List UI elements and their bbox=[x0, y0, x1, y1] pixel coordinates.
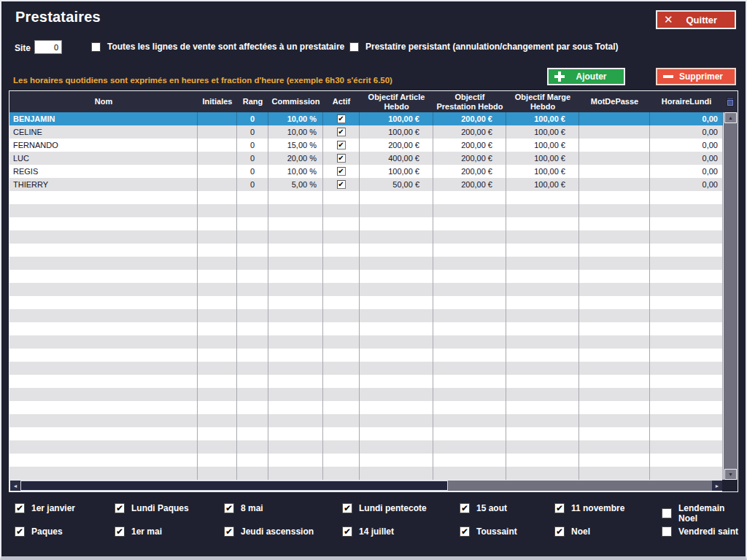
holiday-checkbox[interactable]: Vendredi saint bbox=[662, 526, 738, 537]
column-header[interactable]: Initiales bbox=[198, 91, 237, 112]
actif-checkbox[interactable]: ✔ bbox=[337, 167, 346, 176]
column-header[interactable]: Nom bbox=[9, 91, 198, 112]
holiday-checkbox[interactable]: ✔8 mai bbox=[224, 503, 263, 513]
actif-checkbox[interactable]: ✔ bbox=[337, 154, 346, 163]
cell-objectif-prestation bbox=[433, 244, 506, 257]
table-header-row: NomInitialesRangCommissionActifObjectif … bbox=[9, 91, 738, 112]
cell-objectif-marge bbox=[506, 454, 579, 467]
column-header[interactable]: Objectif Prestation Hebdo bbox=[433, 91, 506, 112]
cell-objectif-article bbox=[360, 244, 433, 257]
vertical-scrollbar[interactable]: ▲ ▼ bbox=[723, 112, 738, 480]
table-row[interactable]: FERNANDO015,00 %✔200,00 €200,00 €100,00 … bbox=[9, 139, 723, 152]
scroll-right-button[interactable]: ► bbox=[712, 481, 722, 491]
checkbox-checked-icon: ✔ bbox=[342, 526, 352, 537]
actif-checkbox[interactable]: ✔ bbox=[337, 128, 346, 136]
cell-objectif-marge bbox=[506, 440, 579, 454]
holiday-label: Lundi pentecote bbox=[359, 503, 427, 513]
checkbox-persistent-provider-label: Prestatire persistant (annulation/change… bbox=[365, 42, 619, 52]
add-button[interactable]: Ajouter bbox=[547, 68, 625, 85]
holiday-checkbox[interactable]: ✔Paques bbox=[15, 526, 63, 537]
table-filler-row bbox=[9, 362, 723, 375]
cell-initiales bbox=[198, 375, 237, 388]
cell-mot-de-passe bbox=[579, 388, 650, 401]
holiday-checkbox[interactable]: ✔11 novembre bbox=[554, 503, 624, 513]
horizontal-scroll-thumb[interactable] bbox=[20, 481, 448, 491]
holiday-label: Noel bbox=[571, 526, 590, 537]
column-header[interactable]: Rang bbox=[237, 91, 268, 112]
checkbox-all-sale-lines[interactable]: Toutes les lignes de vente sont affectée… bbox=[91, 42, 344, 52]
cell-objectif-article: 200,00 € bbox=[360, 139, 433, 152]
cell-nom bbox=[9, 467, 198, 480]
cell-commission bbox=[268, 204, 323, 217]
cell-actif bbox=[323, 388, 360, 401]
holiday-label: Toussaint bbox=[476, 526, 517, 537]
holiday-checkbox[interactable]: Lendemain Noel bbox=[662, 503, 746, 524]
cell-initiales bbox=[198, 139, 237, 152]
cell-objectif-prestation: 200,00 € bbox=[433, 178, 506, 191]
holiday-checkbox[interactable]: ✔1er mai bbox=[115, 526, 162, 537]
cell-objectif-marge bbox=[506, 467, 579, 480]
cell-objectif-article: 400,00 € bbox=[360, 152, 433, 165]
table-filler-row bbox=[9, 427, 723, 440]
cell-initiales bbox=[198, 427, 237, 440]
cell-actif: ✔ bbox=[323, 165, 360, 178]
checkbox-all-sale-lines-label: Toutes les lignes de vente sont affectée… bbox=[107, 42, 344, 52]
cell-nom: REGIS bbox=[9, 165, 198, 178]
cell-objectif-prestation: 200,00 € bbox=[433, 139, 506, 152]
cell-horaire-lundi bbox=[650, 257, 723, 270]
holiday-checkbox[interactable]: ✔Lundi Paques bbox=[115, 503, 189, 513]
holiday-checkbox[interactable]: ✔Jeudi ascenssion bbox=[224, 526, 314, 537]
column-header[interactable]: HoraireLundi bbox=[650, 91, 723, 112]
table-row[interactable]: LUC020,00 %✔400,00 €200,00 €100,00 €0,00 bbox=[9, 152, 723, 165]
holiday-checkbox[interactable]: ✔Lundi pentecote bbox=[342, 503, 427, 513]
cell-objectif-article: 100,00 € bbox=[360, 165, 433, 178]
scroll-down-button[interactable]: ▼ bbox=[724, 469, 737, 480]
delete-button[interactable]: Supprimer bbox=[656, 68, 736, 85]
column-header[interactable]: Objectif Article Hebdo bbox=[360, 91, 433, 112]
cell-nom bbox=[9, 191, 198, 204]
table-filler-row bbox=[9, 467, 723, 480]
cell-objectif-marge bbox=[506, 204, 579, 217]
checkbox-unchecked-icon bbox=[662, 526, 672, 537]
cell-mot-de-passe bbox=[579, 362, 650, 375]
actif-checkbox[interactable]: ✔ bbox=[337, 114, 346, 123]
column-chooser-button[interactable] bbox=[723, 91, 738, 112]
scroll-up-button[interactable]: ▲ bbox=[724, 112, 737, 123]
table-row[interactable]: THIERRY05,00 %✔50,00 €200,00 €100,00 €0,… bbox=[9, 178, 723, 191]
cell-horaire-lundi bbox=[650, 375, 723, 388]
cell-horaire-lundi bbox=[650, 309, 723, 322]
table-row[interactable]: BENJAMIN010,00 %✔100,00 €200,00 €100,00 … bbox=[9, 112, 723, 125]
cell-horaire-lundi bbox=[650, 388, 723, 401]
scroll-left-button[interactable]: ◄ bbox=[10, 481, 20, 491]
cell-nom bbox=[9, 270, 198, 283]
horizontal-scrollbar[interactable]: ◄ ► bbox=[9, 480, 723, 491]
cell-initiales bbox=[198, 401, 237, 414]
cell-nom bbox=[9, 217, 198, 230]
cell-commission: 20,00 % bbox=[268, 152, 323, 165]
cell-objectif-marge bbox=[506, 270, 579, 283]
holiday-checkbox[interactable]: ✔Toussaint bbox=[460, 526, 517, 537]
cell-objectif-marge: 100,00 € bbox=[506, 125, 579, 139]
cell-actif bbox=[323, 349, 360, 362]
table-filler-row bbox=[9, 375, 723, 388]
column-header[interactable]: Objectif Marge Hebdo bbox=[506, 91, 579, 112]
table-row[interactable]: CELINE010,00 %✔100,00 €200,00 €100,00 €0… bbox=[9, 125, 723, 139]
column-header[interactable]: MotDePasse bbox=[579, 91, 650, 112]
holiday-checkbox[interactable]: ✔15 aout bbox=[460, 503, 507, 513]
holiday-checkbox[interactable]: ✔Noel bbox=[554, 526, 590, 537]
cell-objectif-article bbox=[360, 414, 433, 427]
holiday-checkbox[interactable]: ✔14 juillet bbox=[342, 526, 394, 537]
site-input[interactable] bbox=[34, 40, 62, 54]
cell-nom bbox=[9, 309, 198, 322]
quit-button[interactable]: ✕ Quitter bbox=[656, 10, 736, 29]
actif-checkbox[interactable]: ✔ bbox=[337, 141, 346, 149]
cell-rang: 0 bbox=[237, 139, 268, 152]
column-header[interactable]: Actif bbox=[323, 91, 360, 112]
actif-checkbox[interactable]: ✔ bbox=[337, 180, 346, 189]
holiday-checkbox[interactable]: ✔1er janvier bbox=[15, 503, 75, 513]
table-row[interactable]: REGIS010,00 %✔100,00 €200,00 €100,00 €0,… bbox=[9, 165, 723, 178]
checkbox-persistent-provider[interactable]: Prestatire persistant (annulation/change… bbox=[349, 42, 619, 52]
cell-horaire-lundi bbox=[650, 467, 723, 480]
cell-horaire-lundi: 0,00 bbox=[650, 152, 723, 165]
column-header[interactable]: Commission bbox=[268, 91, 323, 112]
